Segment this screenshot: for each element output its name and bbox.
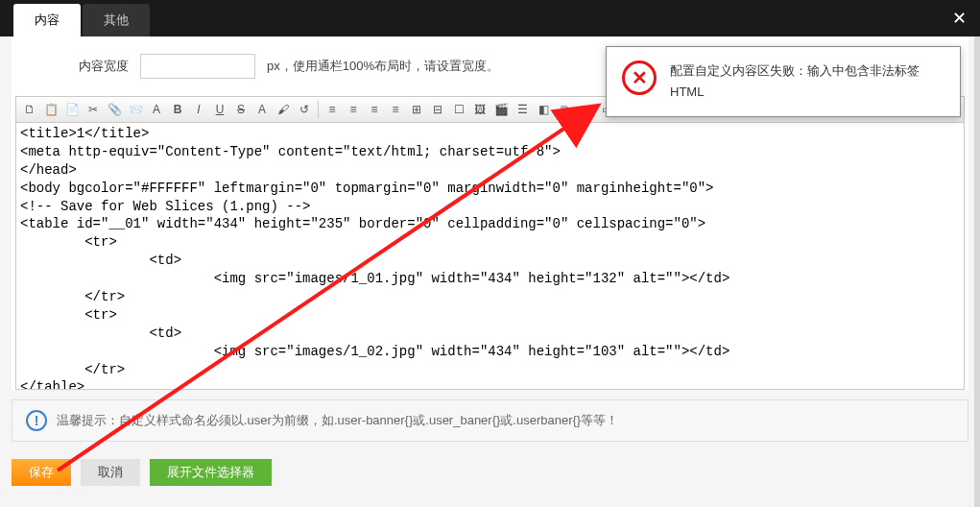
toolbar-btn-17[interactable]: ≡ [365, 100, 384, 119]
toolbar-btn-21[interactable]: ☐ [449, 100, 468, 119]
error-toast: ✕ 配置自定义内容区失败：输入中包含非法标签 HTML [606, 46, 961, 117]
width-label: 内容宽度 [79, 58, 129, 75]
toolbar-btn-24[interactable]: ☰ [513, 100, 532, 119]
toolbar-btn-12[interactable]: 🖌 [274, 100, 293, 119]
cancel-button[interactable]: 取消 [81, 459, 140, 486]
toolbar-btn-27[interactable]: ◫ [576, 100, 595, 119]
scrollbar-gutter [974, 36, 980, 507]
toolbar-btn-11[interactable]: A [252, 100, 272, 119]
tab-bar: 内容 其他 ✕ [0, 0, 980, 36]
toolbar-btn-1[interactable]: 📋 [41, 100, 60, 119]
error-text: 配置自定义内容区失败：输入中包含非法标签 HTML [670, 60, 920, 103]
toolbar-btn-18[interactable]: ≡ [386, 100, 405, 119]
toolbar-btn-23[interactable]: 🎬 [491, 100, 511, 119]
toolbar-btn-7[interactable]: B [168, 100, 187, 119]
error-line1: 配置自定义内容区失败：输入中包含非法标签 [670, 60, 920, 82]
tab-content[interactable]: 内容 [13, 4, 81, 36]
error-line2: HTML [670, 82, 920, 103]
action-bar: 保存 取消 展开文件选择器 [12, 459, 968, 486]
toolbar-btn-20[interactable]: ⊟ [428, 100, 447, 119]
tip-bar: ! 温馨提示：自定义样式命名必须以.user为前缀，如.user-banner{… [12, 399, 968, 442]
toolbar-btn-13[interactable]: ↺ [295, 100, 314, 119]
toolbar-btn-25[interactable]: ◧ [534, 100, 553, 119]
code-editor-wrap[interactable]: <title>1</title> <meta http-equiv="Conte… [15, 123, 965, 390]
width-suffix: px，使用通栏100%布局时，请设置宽度。 [267, 58, 499, 75]
toolbar-btn-9[interactable]: U [210, 100, 229, 119]
toolbar-btn-8[interactable]: I [189, 100, 208, 119]
toolbar-btn-4[interactable]: 📎 [105, 100, 124, 119]
save-button[interactable]: 保存 [12, 459, 71, 486]
toolbar-btn-0[interactable]: 🗋 [20, 100, 39, 119]
toolbar-btn-19[interactable]: ⊞ [407, 100, 426, 119]
error-icon: ✕ [622, 60, 657, 95]
toolbar-btn-26[interactable]: ⧉ [555, 100, 574, 119]
code-editor[interactable]: <title>1</title> <meta http-equiv="Conte… [16, 123, 964, 390]
toolbar-btn-10[interactable]: S [231, 100, 251, 119]
expand-file-selector-button[interactable]: 展开文件选择器 [150, 459, 272, 486]
info-icon: ! [26, 410, 47, 431]
toolbar-btn-15[interactable]: ≡ [323, 100, 342, 119]
toolbar-btn-22[interactable]: 🖼 [470, 100, 490, 119]
tip-text: 温馨提示：自定义样式命名必须以.user为前缀，如.user-banner{}或… [57, 412, 618, 429]
toolbar-btn-5[interactable]: 📨 [126, 100, 145, 119]
toolbar-btn-3[interactable]: ✂ [84, 100, 103, 119]
toolbar-btn-2[interactable]: 📄 [62, 100, 82, 119]
close-icon[interactable]: ✕ [952, 8, 967, 29]
toolbar-btn-16[interactable]: ≡ [344, 100, 363, 119]
toolbar-btn-6[interactable]: A [147, 100, 166, 119]
tab-other[interactable]: 其他 [83, 4, 150, 36]
width-input[interactable] [140, 54, 255, 79]
toolbar-separator [318, 101, 319, 118]
